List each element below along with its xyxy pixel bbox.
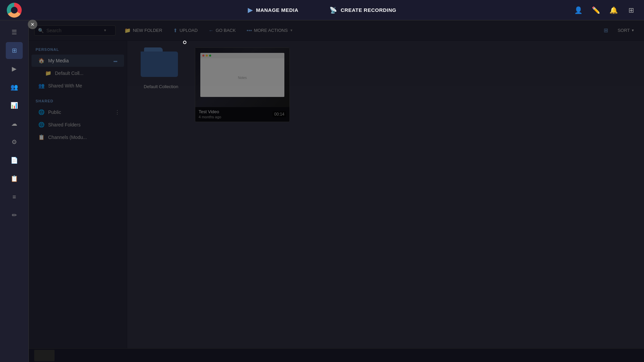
video-title-meta: Test Video 4 months ago <box>199 109 221 119</box>
edit-icon-btn[interactable]: ✏️ <box>590 4 602 16</box>
default-collection-folder[interactable]: Default Collection <box>134 47 188 122</box>
sidebar-media-btn[interactable]: ▶ <box>6 60 23 77</box>
sidebar-analytics-btn[interactable]: 📊 <box>6 97 23 114</box>
go-back-label: GO BACK <box>216 28 236 33</box>
video-time: 4 months ago <box>199 115 221 119</box>
grid-apps-icon-btn[interactable]: ⊞ <box>625 4 637 16</box>
window-close-dot <box>202 55 204 57</box>
more-actions-label: MORE ACTIONS <box>254 28 288 33</box>
folder-icon <box>141 47 181 81</box>
logo-circle <box>7 3 22 18</box>
left-sidebar: ☰ ⊞ ▶ 👥 📊 ☁ ⚙ 📄 📋 ≡ ✏ <box>0 20 29 362</box>
sidebar-settings-btn[interactable]: ⚙ <box>6 134 23 150</box>
shared-folders-icon: 🌐 <box>38 122 45 128</box>
notification-icon-btn[interactable]: 🔔 <box>607 4 620 16</box>
more-actions-button[interactable]: ••• MORE ACTIONS ▼ <box>242 25 298 36</box>
create-recording-icon: 📡 <box>329 6 337 14</box>
main-panel: 🔍 ▼ 📁 NEW FOLDER ⬆ UPLOAD ← GO BACK ••• … <box>29 20 644 362</box>
bottom-strip <box>29 348 644 362</box>
window-text: Notes <box>238 76 247 80</box>
more-actions-chevron: ▼ <box>290 28 293 32</box>
video-info-bar: Test Video 4 months ago 00:14 <box>195 107 289 122</box>
sidebar-edit-btn[interactable]: ✏ <box>6 207 23 224</box>
shared-folders-label: Shared Folders <box>48 122 81 127</box>
window-content: Notes <box>200 58 284 97</box>
top-nav-right: 👤 ✏️ 🔔 ⊞ <box>572 4 637 16</box>
folder-body <box>141 52 178 77</box>
manage-media-label: MANAGE MEDIA <box>256 7 298 13</box>
sort-chevron-icon: ▼ <box>631 28 635 32</box>
video-title: Test Video <box>199 109 221 114</box>
sidebar-users-btn[interactable]: 👥 <box>6 79 23 96</box>
shared-section-title: SHARED <box>29 99 127 106</box>
my-media-item[interactable]: 🏠 My Media ▬ <box>32 55 124 67</box>
window-minimize-dot <box>206 55 208 57</box>
user-icon-btn[interactable]: 👤 <box>572 4 584 16</box>
media-content: Default Collection Note <box>127 41 644 362</box>
sidebar-menu-btn[interactable]: ☰ <box>6 24 23 41</box>
default-coll-item[interactable]: 📁 Default Coll... <box>32 67 124 79</box>
logo-inner <box>11 7 18 14</box>
search-input[interactable] <box>46 28 101 33</box>
my-media-icon: 🏠 <box>38 58 45 64</box>
channels-icon: 📋 <box>38 134 45 140</box>
toolbar-right: ⊞ SORT ▼ <box>601 25 639 36</box>
shared-with-me-label: Shared With Me <box>48 83 82 88</box>
folder-name: Default Collection <box>134 84 188 89</box>
nav-sidebar: PERSONAL 🏠 My Media ▬ 📁 Default Coll... … <box>29 41 127 362</box>
public-icon: 🌐 <box>38 109 45 115</box>
sort-button[interactable]: SORT ▼ <box>613 26 639 35</box>
media-grid: Default Collection Note <box>134 47 637 122</box>
default-coll-label: Default Coll... <box>55 71 83 76</box>
bottom-thumbnail <box>34 350 55 361</box>
top-navigation: ▶ MANAGE MEDIA 📡 CREATE RECORDING 👤 ✏️ 🔔… <box>0 0 644 20</box>
sidebar-home-btn[interactable]: ⊞ <box>6 42 23 59</box>
shared-folders-item[interactable]: 🌐 Shared Folders <box>32 119 124 131</box>
go-back-button[interactable]: ← GO BACK <box>204 25 240 36</box>
upload-icon: ⬆ <box>173 27 178 34</box>
video-thumbnail: Notes <box>195 48 289 107</box>
go-back-icon: ← <box>208 27 214 33</box>
manage-media-nav[interactable]: ▶ MANAGE MEDIA <box>242 4 304 17</box>
search-container[interactable]: 🔍 ▼ <box>34 25 116 36</box>
more-actions-icon: ••• <box>246 27 252 33</box>
search-dropdown-icon[interactable]: ▼ <box>103 28 107 32</box>
video-duration: 00:14 <box>273 111 286 117</box>
create-recording-nav[interactable]: 📡 CREATE RECORDING <box>324 4 402 17</box>
sidebar-list-btn[interactable]: ≡ <box>6 188 23 205</box>
video-window-mockup: Notes <box>200 53 284 97</box>
test-video-item[interactable]: Notes Test Video 4 months ago 00:14 <box>195 47 290 122</box>
window-header <box>200 53 284 58</box>
grid-view-button[interactable]: ⊞ <box>601 25 611 36</box>
manage-media-icon: ▶ <box>248 6 253 14</box>
personal-section-title: PERSONAL <box>29 47 127 54</box>
my-media-label: My Media <box>48 58 69 63</box>
new-folder-icon: 📁 <box>124 27 131 34</box>
my-media-indicator: ▬ <box>114 59 117 63</box>
sort-label: SORT <box>618 28 630 33</box>
sidebar-doc-btn[interactable]: 📄 <box>6 152 23 169</box>
default-coll-icon: 📁 <box>45 70 52 76</box>
window-maximize-dot <box>209 55 211 57</box>
public-label: Public <box>48 109 61 115</box>
logo[interactable] <box>7 3 22 18</box>
search-icon: 🔍 <box>38 28 44 33</box>
upload-button[interactable]: ⬆ UPLOAD <box>168 25 202 36</box>
shared-with-me-icon: 👥 <box>38 83 45 89</box>
new-folder-button[interactable]: 📁 NEW FOLDER <box>120 25 167 36</box>
close-button[interactable]: ✕ <box>28 20 37 29</box>
upload-label: UPLOAD <box>180 28 198 33</box>
shared-with-me-item[interactable]: 👥 Shared With Me <box>32 80 124 92</box>
channels-label: Channels (Modu... <box>48 135 87 140</box>
new-folder-label: NEW FOLDER <box>133 28 162 33</box>
sidebar-doc2-btn[interactable]: 📋 <box>6 170 23 187</box>
toolbar: 🔍 ▼ 📁 NEW FOLDER ⬆ UPLOAD ← GO BACK ••• … <box>29 20 644 41</box>
public-more-btn[interactable]: ⋮ <box>115 109 120 116</box>
channels-item[interactable]: 📋 Channels (Modu... <box>32 131 124 143</box>
public-item[interactable]: 🌐 Public ⋮ <box>32 106 124 118</box>
sidebar-cloud-btn[interactable]: ☁ <box>6 115 23 132</box>
create-recording-label: CREATE RECORDING <box>341 7 396 13</box>
content-area: PERSONAL 🏠 My Media ▬ 📁 Default Coll... … <box>29 41 644 362</box>
